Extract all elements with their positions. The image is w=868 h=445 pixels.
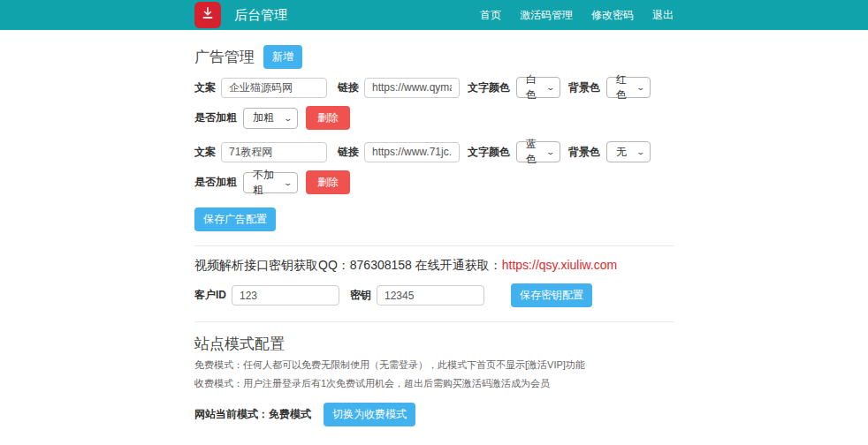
ad-row-2-line-1: 文案 链接 文字颜色 蓝色 ⌄ 背景色 无 ⌄	[194, 141, 674, 162]
selected-value: 蓝色	[526, 137, 542, 167]
ad-bg-color-select[interactable]: 红色 ⌄	[606, 77, 651, 98]
ad-text-input[interactable]	[221, 78, 327, 98]
save-ads-button[interactable]: 保存广告配置	[194, 207, 276, 231]
secret-key-label: 密钥	[350, 288, 371, 303]
chevron-down-icon: ⌄	[284, 114, 293, 123]
ad-bg-color-label: 背景色	[568, 145, 600, 160]
download-icon	[200, 5, 216, 25]
current-mode-label: 网站当前模式：免费模式	[194, 407, 311, 422]
ad-text-color-label: 文字颜色	[468, 80, 510, 95]
ad-text-color-label: 文字颜色	[468, 145, 510, 160]
ad-bold-label: 是否加粗	[194, 110, 237, 125]
main-content: 广告管理 新增 文案 链接 文字颜色 白色 ⌄ 背景色 红色 ⌄ 是否加粗 加粗…	[194, 45, 674, 426]
switch-mode-button[interactable]: 切换为收费模式	[324, 403, 415, 426]
key-info-text: 视频解析接口密钥获取QQ：876308158 在线开通获取：	[194, 258, 502, 272]
nav-item-logout[interactable]: 退出	[652, 8, 674, 23]
selected-value: 红色	[616, 72, 632, 102]
top-navbar: 后台管理 首页 激活码管理 修改密码 退出	[0, 0, 868, 30]
key-info-link[interactable]: https://qsy.xiuliw.com	[502, 258, 617, 272]
ad-text-label: 文案	[194, 80, 216, 95]
selected-value: 无	[616, 145, 627, 160]
nav-item-activation-codes[interactable]: 激活码管理	[520, 8, 573, 23]
ad-link-input[interactable]	[364, 78, 460, 98]
ad-row-2-line-2: 是否加粗 不加粗 ⌄ 删除	[194, 170, 674, 194]
section-divider	[194, 245, 674, 246]
ad-bold-select[interactable]: 加粗 ⌄	[243, 108, 298, 129]
app-title: 后台管理	[234, 7, 287, 24]
key-info-line: 视频解析接口密钥获取QQ：876308158 在线开通获取：https://qs…	[194, 258, 674, 274]
client-id-label: 客户ID	[194, 288, 226, 303]
ad-link-label: 链接	[338, 145, 359, 160]
selected-value: 白色	[526, 72, 542, 102]
chevron-down-icon: ⌄	[284, 178, 293, 187]
ad-link-input[interactable]	[364, 142, 460, 162]
app-logo	[194, 2, 221, 28]
key-config-row: 客户ID 密钥 保存密钥配置	[194, 283, 674, 307]
current-mode-row: 网站当前模式：免费模式 切换为收费模式	[194, 403, 674, 426]
ad-bold-select[interactable]: 不加粗 ⌄	[243, 172, 298, 193]
ads-section-title: 广告管理	[194, 47, 255, 67]
ad-link-label: 链接	[338, 80, 359, 95]
chevron-down-icon: ⌄	[636, 147, 646, 156]
site-mode-section: 站点模式配置 免费模式：任何人都可以免费无限制使用（无需登录），此模式下首页不显…	[194, 334, 674, 426]
secret-key-input[interactable]	[377, 285, 484, 305]
client-id-input[interactable]	[232, 285, 339, 305]
nav-item-change-password[interactable]: 修改密码	[591, 8, 634, 23]
brand: 后台管理	[194, 0, 287, 30]
delete-ad-button[interactable]: 删除	[306, 106, 350, 130]
delete-ad-button[interactable]: 删除	[306, 170, 350, 194]
add-ad-button[interactable]: 新增	[263, 45, 302, 69]
ad-text-color-select[interactable]: 蓝色 ⌄	[516, 141, 560, 162]
nav-links: 首页 激活码管理 修改密码 退出	[480, 8, 674, 23]
selected-value: 加粗	[253, 110, 274, 125]
chevron-down-icon: ⌄	[546, 147, 556, 156]
ad-bg-color-select[interactable]: 无 ⌄	[606, 141, 651, 162]
save-key-button[interactable]: 保存密钥配置	[511, 283, 592, 307]
site-mode-title: 站点模式配置	[194, 334, 674, 354]
ad-row-1-line-2: 是否加粗 加粗 ⌄ 删除	[194, 106, 674, 130]
ad-text-label: 文案	[194, 145, 216, 160]
nav-item-home[interactable]: 首页	[480, 8, 501, 23]
ad-text-input[interactable]	[221, 142, 327, 162]
ad-text-color-select[interactable]: 白色 ⌄	[516, 77, 560, 98]
ad-bg-color-label: 背景色	[568, 80, 600, 95]
paid-mode-description: 收费模式：用户注册登录后有1次免费试用机会，超出后需购买激活码激活成为会员	[194, 377, 674, 391]
selected-value: 不加粗	[253, 168, 279, 198]
chevron-down-icon: ⌄	[636, 83, 646, 92]
section-divider	[194, 321, 674, 322]
ad-row-1-line-1: 文案 链接 文字颜色 白色 ⌄ 背景色 红色 ⌄	[194, 77, 674, 98]
chevron-down-icon: ⌄	[546, 83, 556, 92]
ad-bold-label: 是否加粗	[194, 175, 237, 190]
free-mode-description: 免费模式：任何人都可以免费无限制使用（无需登录），此模式下首页不显示[激活VIP…	[194, 358, 674, 373]
